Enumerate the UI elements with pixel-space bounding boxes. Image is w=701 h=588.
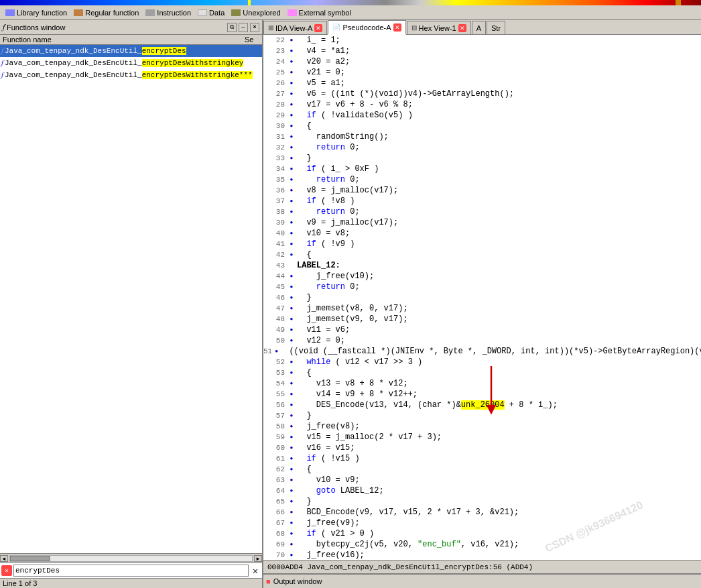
tab-str[interactable]: Str [487, 21, 505, 34]
code-line: 29 ● if ( !validateSo(v5) ) [263, 110, 701, 121]
line-dot[interactable]: ● [288, 475, 296, 485]
restore-button[interactable]: ⧉ [227, 23, 237, 32]
bottom-bar-text: 0000ADD4 Java_com_tenpay_ndk_DesEncUtil_… [267, 563, 533, 571]
code-line: 69 ● bytecpy_c2j(v5, v20, "enc_buf", v16… [263, 539, 701, 550]
line-dot[interactable]: ● [288, 303, 296, 314]
line-dot[interactable]: ● [288, 528, 296, 539]
code-line: 64 ● goto LABEL_12; [263, 485, 701, 496]
line-dot[interactable]: ● [288, 89, 296, 99]
line-code: return 0; [296, 142, 360, 153]
minimize-button[interactable]: — [239, 23, 248, 32]
line-dot[interactable]: ● [288, 207, 296, 217]
line-dot[interactable]: ● [288, 314, 296, 325]
tab-pseudo-close[interactable]: ✕ [393, 23, 401, 32]
line-num: 48 [263, 314, 288, 325]
line-dot[interactable]: ● [288, 421, 296, 432]
line-dot[interactable]: ● [288, 400, 296, 410]
line-num: 52 [263, 357, 288, 367]
line-dot[interactable]: ● [288, 496, 296, 507]
line-num: 24 [263, 56, 288, 67]
line-dot[interactable]: ● [288, 507, 296, 518]
line-dot[interactable]: ● [288, 196, 296, 207]
legend-unexplored: Unexplored [231, 9, 280, 17]
line-num: 66 [263, 507, 288, 518]
line-dot[interactable]: ● [288, 464, 296, 475]
line-dot[interactable]: ● [288, 282, 296, 292]
scroll-left-button[interactable]: ◄ [0, 555, 8, 562]
line-dot[interactable]: ● [288, 485, 296, 496]
line-dot[interactable]: ● [288, 249, 296, 260]
line-dot[interactable]: ● [288, 518, 296, 528]
code-line: 65 ● } [263, 496, 701, 507]
list-item[interactable]: 𝑓 Java_com_tenpay_ndk_DesEncUtil_encrypt… [0, 45, 262, 57]
line-dot[interactable]: ● [288, 550, 296, 560]
code-line: 49 ● v11 = v6; [263, 325, 701, 335]
line-dot[interactable]: ● [288, 539, 296, 550]
line-dot[interactable]: ● [288, 67, 296, 78]
line-dot[interactable]: ● [288, 153, 296, 164]
line-dot[interactable]: ● [288, 378, 296, 389]
list-item[interactable]: 𝑓 Java_com_tenpay_ndk_DesEncUtil_encrypt… [0, 69, 262, 81]
line-dot[interactable]: ● [288, 185, 296, 196]
line-dot[interactable]: ● [288, 389, 296, 400]
line-code: return 0; [296, 282, 360, 292]
tab-hex-close[interactable]: ✕ [458, 24, 466, 32]
line-dot[interactable]: ● [288, 271, 296, 282]
tab-pseudocode[interactable]: 📄 Pseudocode-A ✕ [328, 20, 405, 35]
line-dot[interactable]: ● [288, 56, 296, 67]
line-dot[interactable]: ● [288, 410, 296, 421]
line-dot[interactable]: ● [288, 131, 296, 142]
line-num: 32 [263, 142, 288, 153]
horizontal-scrollbar[interactable]: ◄ ► [0, 553, 262, 563]
code-line: 40 ● v10 = v8; [263, 228, 701, 239]
scroll-right-button[interactable]: ► [254, 555, 262, 562]
line-dot[interactable]: ● [288, 228, 296, 239]
search-clear-button[interactable]: ✕ [250, 565, 261, 576]
tab-hex-view[interactable]: ⊟ Hex View-1 ✕ [407, 21, 471, 34]
search-x-button[interactable]: ✕ [1, 565, 12, 576]
line-num: 58 [263, 421, 288, 432]
line-dot[interactable]: ● [288, 217, 296, 228]
line-dot[interactable]: ● [288, 325, 296, 335]
code-line: 57 ● } [263, 410, 701, 421]
line-dot[interactable]: ● [288, 367, 296, 378]
line-dot[interactable]: ● [288, 110, 296, 121]
line-num: 28 [263, 99, 288, 110]
line-dot[interactable]: ● [288, 35, 296, 46]
line-dot[interactable]: ● [288, 142, 296, 153]
line-num: 34 [263, 164, 288, 174]
line-dot[interactable]: ● [288, 121, 296, 131]
line-dot[interactable]: ● [288, 239, 296, 249]
line-dot[interactable]: ● [288, 453, 296, 464]
output-window-bar[interactable]: ■ Output window [263, 573, 701, 588]
search-input[interactable] [13, 565, 249, 577]
code-line: 67 ● j_free(v9); [263, 518, 701, 528]
tab-pseudo-label: Pseudocode-A [342, 23, 391, 32]
line-num: 70 [263, 550, 288, 560]
line-dot[interactable]: ● [288, 164, 296, 174]
legend-unexplored-label: Unexplored [243, 9, 280, 17]
line-dot[interactable]: ● [288, 99, 296, 110]
tab-a-button[interactable]: A [472, 21, 486, 34]
line-code: return 0; [296, 174, 360, 185]
line-dot[interactable]: ● [288, 78, 296, 89]
line-dot[interactable]: ● [288, 174, 296, 185]
line-dot[interactable]: ● [288, 335, 296, 346]
line-code: v20 = a2; [296, 56, 350, 67]
line-code: j_memset(v9, 0, v17); [296, 314, 408, 325]
tab-ida-view[interactable]: ⊞ IDA View-A ✕ [263, 21, 327, 34]
line-num: 37 [263, 196, 288, 207]
line-code: j_memset(v8, 0, v17); [296, 303, 408, 314]
line-dot[interactable]: ● [288, 357, 296, 367]
line-dot[interactable]: ● [288, 443, 296, 453]
line-dot[interactable]: ● [288, 432, 296, 443]
code-line: 32 ● return 0; [263, 142, 701, 153]
tab-ida-close[interactable]: ✕ [314, 24, 322, 32]
line-dot[interactable]: ● [288, 46, 296, 56]
line-num: 25 [263, 67, 288, 78]
list-item[interactable]: 𝑓 Java_com_tenpay_ndk_DesEncUtil_encrypt… [0, 57, 262, 69]
code-line: 28 ● v17 = v6 + 8 - v6 % 8; [263, 99, 701, 110]
close-button[interactable]: × [250, 23, 259, 32]
line-dot[interactable]: ● [288, 292, 296, 303]
line-code: DES_Encode(v13, v14, (char *)&unk_26004 … [296, 400, 558, 410]
